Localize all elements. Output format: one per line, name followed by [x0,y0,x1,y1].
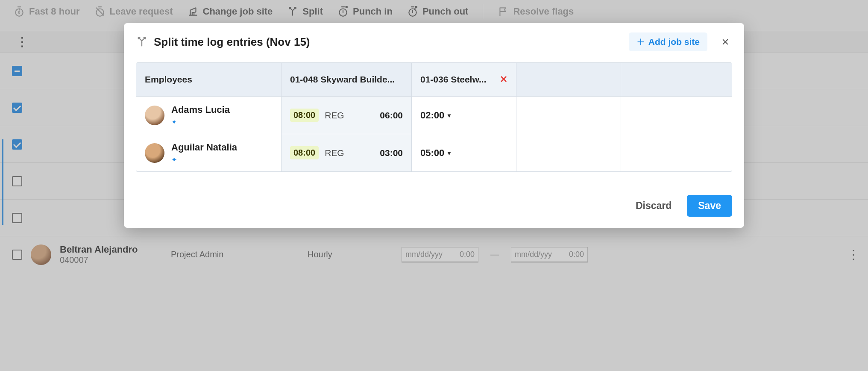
employee-cell: Aguilar Natalia ✦ [136,134,282,171]
avatar [145,143,164,163]
time-type: REG [325,148,344,158]
header-label: 01-036 Steelw... [420,74,486,85]
site2-time-value: 02:00 [420,110,444,121]
split-icon [136,36,148,48]
total-time-badge: 08:00 [290,146,319,159]
site2-cell[interactable]: 02:00 ▾ [412,97,516,134]
remove-site-icon[interactable]: ✕ [500,74,507,85]
close-button[interactable] [718,35,732,49]
time-type: REG [325,110,344,121]
grid-header: Employees 01-048 Skyward Builde... 01-03… [136,63,732,96]
site2-time-dropdown[interactable]: 02:00 ▾ [420,110,451,121]
split-time-log-modal: Split time log entries (Nov 15) Add job … [124,23,744,228]
modal-header: Split time log entries (Nov 15) Add job … [136,32,732,51]
star-icon: ✦ [171,156,237,164]
empty-cell [516,134,621,171]
empty-cell [621,97,726,134]
caret-down-icon: ▾ [448,112,451,119]
save-button[interactable]: Save [687,195,732,217]
empty-cell [516,97,621,134]
header-employees: Employees [136,63,282,96]
site2-time-dropdown[interactable]: 05:00 ▾ [420,147,451,159]
employee-row: Adams Lucia ✦ 08:00 REG 06:00 02:00 ▾ [136,96,732,134]
add-job-site-button[interactable]: Add job site [629,32,707,51]
site1-time: 03:00 [380,148,403,158]
avatar [145,106,164,125]
employee-name: Adams Lucia [171,104,230,115]
employee-row: Aguilar Natalia ✦ 08:00 REG 03:00 05:00 … [136,134,732,171]
caret-down-icon: ▾ [448,150,451,156]
header-label: 01-048 Skyward Builde... [290,74,395,85]
header-label: Employees [145,74,192,85]
site1-time: 06:00 [380,110,403,121]
header-site-1: 01-048 Skyward Builde... [282,63,412,96]
modal-overlay: Split time log entries (Nov 15) Add job … [0,0,868,371]
header-site-2: 01-036 Steelw... ✕ [412,63,516,96]
header-empty-1 [516,63,621,96]
add-job-site-label: Add job site [648,37,700,47]
discard-button[interactable]: Discard [631,195,676,217]
star-icon: ✦ [171,118,230,126]
employee-cell: Adams Lucia ✦ [136,97,282,134]
close-icon [721,38,729,46]
site1-cell: 08:00 REG 03:00 [282,134,412,171]
site2-time-value: 05:00 [420,147,444,159]
modal-title: Split time log entries (Nov 15) [154,35,310,49]
empty-cell [621,134,726,171]
employee-name: Aguilar Natalia [171,142,237,153]
split-grid: Employees 01-048 Skyward Builde... 01-03… [136,62,732,172]
header-empty-2 [621,63,726,96]
site1-cell: 08:00 REG 06:00 [282,97,412,134]
total-time-badge: 08:00 [290,109,319,122]
plus-icon [636,38,645,46]
modal-footer: Discard Save [136,195,732,217]
site2-cell[interactable]: 05:00 ▾ [412,134,516,171]
